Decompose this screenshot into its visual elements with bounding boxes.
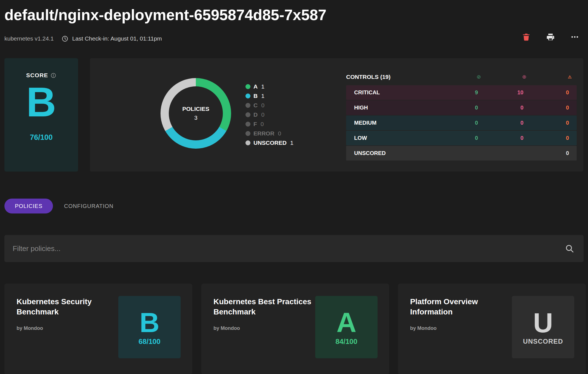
controls-row-unscored: UNSCORED 0: [346, 146, 577, 161]
tab-configuration[interactable]: CONFIGURATION: [64, 203, 113, 209]
tab-policies[interactable]: POLICIES: [4, 199, 53, 213]
policies-donut-center: POLICIES 3: [169, 86, 223, 140]
legend-item-error: ERROR 0: [245, 129, 293, 138]
legend-item-b: B 1: [245, 91, 293, 101]
policy-score: 84/100: [335, 337, 357, 346]
ellipsis-icon[interactable]: [570, 32, 580, 42]
controls-table: CONTROLS (19): [346, 71, 577, 161]
overview-panel: POLICIES 3 A 1 B 1 C 0 D: [90, 58, 583, 172]
policy-score-box: U UNSCORED: [512, 296, 574, 358]
controls-row-critical: CRITICAL 9 10 0: [346, 85, 577, 100]
score-card: SCORE B 76/100: [4, 58, 78, 172]
policy-grade: B: [140, 309, 159, 336]
policy-author: by Mondoo: [17, 325, 43, 331]
pass-count: 0: [440, 105, 486, 111]
legend-dot: [245, 103, 250, 108]
check-circle-icon: [477, 73, 486, 81]
last-checkin: Last Check-in: August 01, 01:11pm: [72, 35, 162, 42]
score-grade: B: [26, 81, 56, 123]
controls-header: CONTROLS (19): [346, 71, 577, 83]
warning-triangle-icon: [568, 73, 577, 81]
policy-card-kubernetes-security-benchmark[interactable]: Kubernetes Security Benchmark by Mondoo …: [4, 284, 192, 374]
donut-center-value: 3: [194, 114, 197, 121]
policy-card-platform-overview-information[interactable]: Platform Overview Information by Mondoo …: [398, 284, 586, 374]
policy-score-box: A 84/100: [315, 296, 378, 358]
trash-icon[interactable]: [521, 32, 531, 42]
legend-dot: [245, 122, 250, 127]
error-count: 0: [531, 89, 577, 96]
legend-item-unscored: UNSCORED 1: [245, 138, 293, 148]
controls-title: CONTROLS (19): [346, 74, 440, 80]
policy-author: by Mondoo: [410, 325, 437, 331]
unscored-count: 0: [531, 150, 577, 156]
legend-dot: [245, 112, 250, 117]
grade-legend: A 1 B 1 C 0 D 0 F 0: [245, 82, 293, 148]
controls-row-high: HIGH 0 0 0: [346, 100, 577, 115]
policy-card-kubernetes-best-practices-benchmark[interactable]: Kubernetes Best Practices Benchmark by M…: [201, 284, 389, 374]
platform-version: kubernetes v1.24.1: [4, 35, 54, 42]
error-count: 0: [531, 120, 577, 126]
fail-count: 0: [486, 105, 531, 111]
asset-meta: kubernetes v1.24.1 Last Check-in: August…: [4, 34, 162, 44]
legend-item-f: F 0: [245, 119, 293, 129]
info-icon[interactable]: [50, 73, 56, 78]
legend-dot: [245, 84, 250, 89]
error-count: 0: [531, 135, 577, 141]
legend-item-a: A 1: [245, 82, 293, 91]
filter-bar: [4, 235, 584, 262]
search-icon: [565, 244, 574, 253]
score-value: 76/100: [30, 133, 53, 142]
policy-grade: U: [533, 309, 553, 336]
x-circle-icon: [522, 73, 531, 81]
clock-icon: [62, 35, 68, 42]
page-title: default/nginx-deployment-6595874d85-7x58…: [4, 6, 327, 24]
header-actions: [521, 32, 580, 42]
policy-author: by Mondoo: [213, 325, 240, 331]
policy-score-box: B 68/100: [118, 296, 181, 358]
controls-row-medium: MEDIUM 0 0 0: [346, 116, 577, 130]
controls-row-low: LOW 0 0 0: [346, 131, 577, 145]
filter-policies-input[interactable]: [4, 235, 565, 262]
error-count: 0: [531, 105, 577, 111]
pass-count: 9: [440, 89, 486, 96]
fail-count: 10: [486, 89, 531, 96]
pass-count: 0: [440, 135, 486, 141]
legend-dot: [245, 131, 250, 136]
donut-center-label: POLICIES: [182, 106, 209, 112]
detail-tabs: POLICIES CONFIGURATION: [4, 199, 114, 213]
asset-detail-page: default/nginx-deployment-6595874d85-7x58…: [0, 0, 588, 374]
printer-icon[interactable]: [546, 32, 555, 42]
policy-title: Kubernetes Best Practices Benchmark: [213, 297, 316, 317]
legend-dot: [245, 94, 250, 98]
fail-count: 0: [486, 120, 531, 126]
policy-score: UNSCORED: [523, 338, 563, 345]
legend-dot: [245, 140, 250, 145]
policies-donut-ring: POLICIES 3: [161, 78, 231, 149]
score-label: SCORE: [26, 72, 48, 79]
fail-count: 0: [486, 135, 531, 141]
policy-score: 68/100: [138, 337, 161, 346]
pass-count: 0: [440, 120, 486, 126]
legend-item-d: D 0: [245, 110, 293, 119]
legend-item-c: C 0: [245, 101, 293, 110]
policy-title: Kubernetes Security Benchmark: [17, 297, 119, 317]
policy-grade: A: [336, 309, 356, 336]
policy-title: Platform Overview Information: [410, 297, 512, 317]
